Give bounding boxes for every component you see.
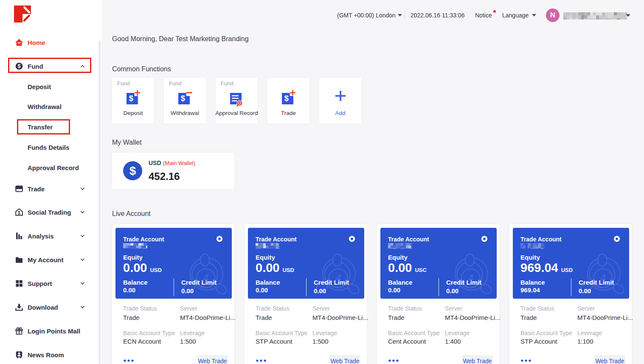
svg-text:$: $: [180, 94, 185, 103]
svg-text:$: $: [129, 94, 133, 103]
svg-text:$: $: [129, 164, 136, 177]
svg-text:$: $: [284, 94, 289, 103]
